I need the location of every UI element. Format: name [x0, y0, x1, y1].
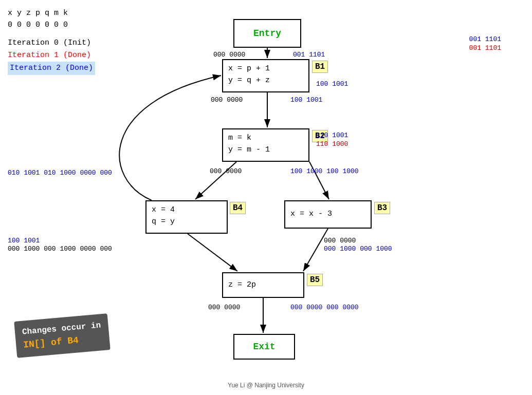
var-values: 0 0 0 0 0 0 0 [8, 20, 68, 31]
annot-b1-above-left: 000 0000 [213, 50, 245, 60]
b5-node: z = 2p [222, 272, 304, 298]
annot-b2-right-blue: 110 1001 [316, 131, 348, 140]
annot-b1-below-right: 100 1001 [290, 96, 322, 105]
annot-b2-below-center: 000 0000 [210, 167, 242, 176]
iteration-2: Iteration 2 (Done) [8, 62, 95, 75]
var-table: x y z p q m k 0 0 0 0 0 0 0 [8, 8, 68, 31]
iteration-list: Iteration 0 (Init) Iteration 1 (Done) It… [8, 37, 95, 75]
var-header: x y z p q m k [8, 8, 68, 20]
annot-b5-below-black: 000 0000 [208, 303, 240, 312]
annot-entry-right-red: 001 1101 [469, 44, 501, 53]
annot-b1-below-left: 000 0000 [211, 96, 243, 105]
b3-node: x = x - 3 [284, 200, 372, 229]
annot-entry-right-blue: 001 1101 [469, 35, 501, 44]
annot-b2-below-right-blue: 100 1000 100 1000 [290, 167, 359, 176]
annot-b2-below-left-blue: 010 1001 010 1000 0000 000 [8, 168, 112, 178]
b4-label: B4 [230, 202, 246, 214]
entry-node: Entry [233, 19, 301, 48]
annot-b3-right-blue: 000 1000 000 1000 [324, 244, 392, 254]
svg-line-6 [188, 234, 237, 271]
annot-b4-left-black: 000 1000 000 1000 0000 000 [8, 244, 112, 254]
iteration-0: Iteration 0 (Init) [8, 37, 95, 49]
iteration-1: Iteration 1 (Done) [8, 49, 95, 62]
b1-label: B1 [312, 61, 328, 73]
annot-b5-below-blue: 000 0000 000 0000 [290, 303, 359, 312]
annot-b1-above-right: 001 1101 [293, 50, 325, 60]
b4-node: x = 4 q = y [145, 200, 228, 234]
b2-node: m = k y = m - 1 [222, 128, 309, 162]
footer: Yue Li @ Nanjing University [228, 382, 304, 389]
b1-node: x = p + 1 y = q + z [222, 59, 309, 92]
changes-box: Changes occur in IN[] of B4 [14, 313, 110, 358]
annot-b1-right-blue: 100 1001 [316, 80, 348, 89]
b5-label: B5 [307, 274, 323, 286]
exit-node: Exit [233, 334, 295, 360]
annot-b2-right-red: 110 1000 [316, 140, 348, 149]
b3-label: B3 [374, 202, 390, 214]
